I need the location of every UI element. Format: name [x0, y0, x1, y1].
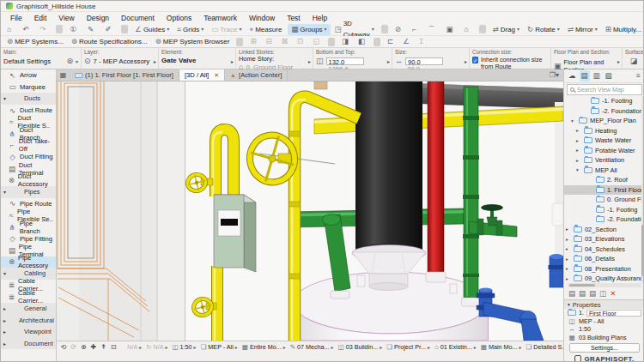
- project-chooser-icon[interactable]: ☁: [567, 70, 578, 81]
- save-current-view-icon[interactable]: ◫: [599, 289, 606, 298]
- ungroup-icon[interactable]: ⊟: [263, 36, 277, 47]
- clone-folder-icon[interactable]: ▤: [589, 289, 596, 298]
- toolbar-button[interactable]: [121, 25, 128, 33]
- autogroup-icon[interactable]: ⊠: [278, 36, 293, 47]
- bring-forward-icon[interactable]: ◨: [338, 36, 354, 47]
- tree-item-ground-floor[interactable]: 0. Ground Floor: [564, 195, 644, 205]
- gas-meter-box[interactable]: [214, 195, 256, 272]
- menu-item[interactable]: Options: [161, 14, 197, 22]
- toolbox-section-viewpoint[interactable]: ▸ Viewpoint: [1, 326, 56, 338]
- valve-settings-icon[interactable]: ⊚: [66, 57, 73, 65]
- layout-book-icon[interactable]: ▥: [592, 70, 602, 81]
- tree-item-heating[interactable]: ▸ Heating: [564, 126, 644, 136]
- mirror-button[interactable]: ⇌ Mirror ▾: [564, 24, 601, 35]
- tree-item-06-details[interactable]: ▸ 06_Details: [564, 254, 644, 264]
- adjust-icon[interactable]: ⌐: [409, 24, 423, 35]
- tree-item-potable-water[interactable]: ▸ Potable Water: [564, 146, 644, 156]
- pick-up-parameters-icon[interactable]: ✎: [84, 24, 100, 35]
- zoom-level-dropdown[interactable]: N/A ▸: [124, 343, 143, 351]
- surface-painter-icon[interactable]: ◪: [630, 57, 638, 65]
- toolbar-button[interactable]: [479, 25, 486, 33]
- toolbox-section-document[interactable]: ▸ Document: [1, 338, 56, 350]
- tree-item-09-quality-assurance[interactable]: ▸ 09_Quality Assurance: [564, 274, 644, 283]
- groups-button[interactable]: ▦ Groups ▾: [288, 24, 330, 35]
- new-tab-icon[interactable]: ❐▾: [545, 69, 563, 81]
- pan-icon[interactable]: ✚: [88, 343, 99, 351]
- tool-duct-take-off[interactable]: ⌐ Duct Take-Off: [1, 140, 56, 152]
- menu-item[interactable]: Window: [243, 14, 281, 22]
- dimensions-dropdown[interactable]: ▦ Main Mo... ▸: [479, 343, 524, 351]
- guides-button[interactable]: ∠ Guides ▾: [131, 24, 173, 35]
- zoom-in-icon[interactable]: ⊕: [78, 343, 88, 351]
- properties-header[interactable]: ▾ Properties: [564, 300, 644, 309]
- menu-item[interactable]: View: [52, 14, 80, 22]
- tree-item-08-presentation[interactable]: ▸ 08_Presentation: [564, 264, 644, 275]
- new-viewpoint-icon[interactable]: ▤: [579, 289, 586, 298]
- tree-item-first-floor[interactable]: 1. First Floor: [564, 185, 644, 196]
- wall[interactable]: [57, 81, 185, 341]
- lock-icon[interactable]: ◱: [309, 36, 325, 47]
- zoom-previous-icon[interactable]: ⟲: [58, 343, 69, 351]
- toolbar-button[interactable]: [56, 25, 63, 33]
- tree-item-ventilation[interactable]: ▸ Ventilation: [564, 155, 644, 166]
- group-icon[interactable]: ⊞: [246, 36, 261, 47]
- tool-cable-carrier-2[interactable]: ≣ Cable Carrier...: [1, 291, 56, 303]
- section-depth-dropdown[interactable]: ❏ Detailed S... ▸: [525, 343, 564, 351]
- tab-3d-all[interactable]: [3D / All] ✕: [179, 69, 225, 81]
- menu-item[interactable]: Teamwork: [197, 14, 243, 22]
- select-single-icon[interactable]: ①: [66, 24, 83, 35]
- graphic-override-dropdown[interactable]: ❏ Project Pr... ▸: [385, 343, 432, 351]
- tab-overview-icon[interactable]: ▦: [57, 69, 70, 81]
- heating-pipe-vertical[interactable]: [462, 87, 481, 306]
- home-icon[interactable]: ⌂: [3, 24, 18, 35]
- inherit-connection-checkbox[interactable]: ✓: [472, 57, 478, 63]
- rotate-button[interactable]: ↻ Rotate ▾: [524, 24, 563, 35]
- tree-item-footing-a[interactable]: -1. Footing: [564, 96, 644, 106]
- view-map-search[interactable]: Search View Map: [567, 84, 642, 95]
- tool-pipe-branch[interactable]: ⋔ Pipe Branch: [1, 221, 56, 233]
- size-input[interactable]: 90.0: [405, 57, 443, 65]
- split-icon[interactable]: ⊘: [392, 24, 408, 35]
- tree-item-mep-all[interactable]: ▾ MEP All: [564, 166, 644, 176]
- renovation-filter-dropdown[interactable]: ⌂ 01 Existin... ▸: [433, 343, 478, 351]
- menu-item[interactable]: Edit: [28, 14, 53, 22]
- view-map-icon[interactable]: ▤: [580, 70, 590, 81]
- menu-item[interactable]: Help: [307, 14, 333, 22]
- delete-icon[interactable]: ✕: [610, 289, 616, 298]
- fit-in-window-icon[interactable]: ⊡: [109, 343, 119, 351]
- tree-item-roof[interactable]: 2. Roof: [564, 175, 644, 185]
- tool-pipe-accessory[interactable]: ⊗ Pipe Accessory: [1, 256, 56, 268]
- toolbar-button[interactable]: [236, 38, 243, 46]
- new-folder-icon[interactable]: ▤: [568, 289, 575, 298]
- resize-icon[interactable]: ▣: [442, 24, 459, 35]
- route-specifications-button[interactable]: ⊚ Route Specifications...: [68, 36, 151, 47]
- tool-duct-accessory[interactable]: ⊗ Duct Accessory: [1, 174, 56, 186]
- suspend-groups-icon[interactable]: ⊡: [294, 36, 308, 47]
- grids-button[interactable]: ⌗ Grids ▾: [173, 24, 207, 35]
- tree-item-foundation-a[interactable]: -2. Foundation: [564, 106, 644, 117]
- explore-icon[interactable]: ↟: [99, 343, 109, 351]
- angle-icon[interactable]: ∠: [399, 36, 415, 47]
- elevate-icon[interactable]: ⌂: [460, 24, 475, 35]
- toolbox-section-architectural[interactable]: ▸ Architectural: [1, 314, 56, 326]
- zoom-next-icon[interactable]: ⟳: [69, 343, 79, 351]
- tab-action-center[interactable]: ▲ [Action Center]: [225, 69, 288, 81]
- scale-dropdown[interactable]: ◫ 1:50 ▸: [171, 343, 198, 351]
- fillet-icon[interactable]: ⌒: [424, 24, 442, 35]
- tree-item-mep-floor-plan[interactable]: ▾ MEP_Floor Plan: [564, 116, 644, 126]
- tree-item-04-schedules[interactable]: ▸ 04_Schedules: [564, 244, 644, 255]
- pen-set-dropdown[interactable]: ✎ 07 Mecha... ▸: [289, 343, 336, 351]
- toolbox-section-ducts[interactable]: ▾ Ducts: [1, 93, 56, 105]
- toolbar-button[interactable]: [374, 38, 380, 46]
- menu-item[interactable]: Document: [115, 14, 161, 22]
- multiply-button[interactable]: ⊞ Multiply...: [602, 24, 644, 35]
- undo-icon[interactable]: ↶: [19, 24, 35, 35]
- align-icon[interactable]: ⊏: [384, 36, 398, 47]
- model-view-options-dropdown[interactable]: ◫ 03 Buildin... ▸: [337, 343, 385, 351]
- redo-icon[interactable]: ↷: [36, 24, 52, 35]
- view-name-field[interactable]: First Floor: [586, 310, 641, 317]
- flue-cylinder[interactable]: [355, 81, 422, 259]
- default-settings-label[interactable]: Default Settings: [3, 57, 51, 65]
- send-backward-icon[interactable]: ◧: [355, 36, 370, 47]
- close-tab-icon[interactable]: ✕: [214, 72, 219, 79]
